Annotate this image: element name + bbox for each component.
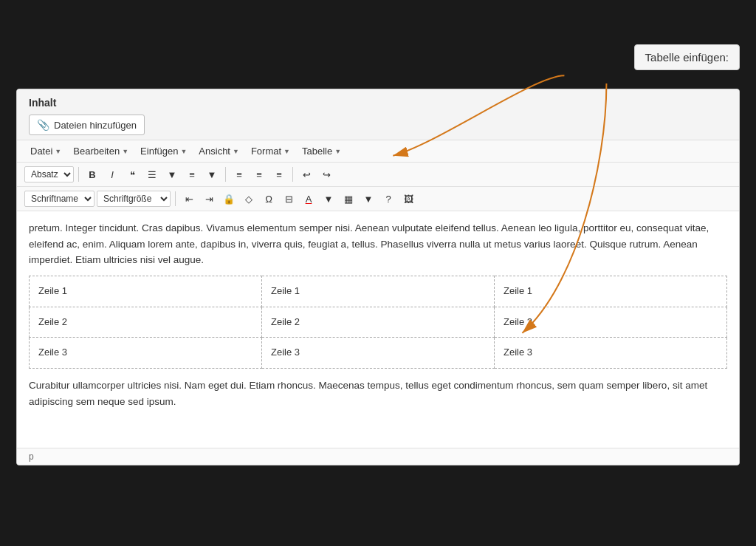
- image-button[interactable]: 🖼: [399, 190, 417, 208]
- align-center-button[interactable]: ≡: [250, 165, 268, 183]
- table-cell-r1c3: Zeile 1: [495, 276, 727, 307]
- menu-format-label: Format: [251, 146, 281, 157]
- menu-ansicht[interactable]: Ansicht ▼: [193, 143, 245, 159]
- undo-button[interactable]: ↩: [298, 165, 315, 183]
- font-select[interactable]: Schriftname: [24, 191, 94, 207]
- quote-button[interactable]: ❝: [123, 165, 141, 183]
- menu-bearbeiten-arrow: ▼: [122, 148, 128, 155]
- table-cell-r2c1: Zeile 2: [30, 307, 262, 338]
- table-arrow[interactable]: ▼: [360, 190, 377, 208]
- toolbar-sep-1: [78, 167, 79, 182]
- table-row: Zeile 2 Zeile 2 Zeile 2: [30, 307, 727, 338]
- table-cell-r2c3: Zeile 2: [495, 307, 727, 338]
- bold-button[interactable]: B: [83, 165, 101, 183]
- add-files-label: Dateien hinzufügen: [54, 120, 137, 131]
- list-arrow-button[interactable]: ▼: [163, 165, 181, 183]
- editor-content[interactable]: pretum. Integer tincidunt. Cras dapibus.…: [17, 211, 739, 448]
- help-button[interactable]: ?: [379, 190, 397, 208]
- editor-text-1: pretum. Integer tincidunt. Cras dapibus.…: [29, 220, 727, 268]
- toolbar-row-2: Schriftname Schriftgröße ⇤ ⇥ 🔒 ◇ Ω ⊟ A ▼…: [17, 187, 739, 211]
- table-cell-r1c1: Zeile 1: [30, 276, 262, 307]
- tooltip-box: Tabelle einfügen:: [634, 44, 740, 70]
- main-panel: Inhalt 📎 Dateien hinzufügen Datei ▼ Bear…: [16, 89, 740, 465]
- link-button[interactable]: ◇: [240, 190, 258, 208]
- menu-tabelle-label: Tabelle: [302, 146, 332, 157]
- panel-header: Inhalt 📎 Dateien hinzufügen: [17, 89, 739, 140]
- menu-einfuegen-label: Einfügen: [140, 146, 178, 157]
- editor-footer: p: [17, 448, 739, 465]
- table-cell-r2c2: Zeile 2: [262, 307, 495, 338]
- table-cell-r3c2: Zeile 3: [262, 338, 495, 369]
- menu-datei-label: Datei: [30, 146, 52, 157]
- toolbar-sep-3: [292, 167, 293, 182]
- toolbar-sep-2: [225, 167, 226, 182]
- indent-button[interactable]: ⇤: [180, 190, 198, 208]
- paragraph-select[interactable]: Absatz: [24, 166, 74, 182]
- editor-tag: p: [29, 451, 34, 462]
- menu-datei-arrow: ▼: [55, 148, 61, 155]
- italic-button[interactable]: I: [103, 165, 121, 183]
- toolbar-row-1: Absatz B I ❝ ☰ ▼ ≡ ▼ ≡ ≡ ≡ ↩ ↪: [17, 163, 739, 187]
- inserted-table: Zeile 1 Zeile 1 Zeile 1 Zeile 2 Zeile 2 …: [29, 276, 727, 369]
- editor-text-2: Curabitur ullamcorper ultricies nisi. Na…: [29, 378, 727, 409]
- clip-icon: 📎: [37, 119, 49, 131]
- menu-einfuegen[interactable]: Einfügen ▼: [134, 143, 193, 159]
- font-size-select[interactable]: Schriftgröße: [97, 191, 171, 207]
- align-right-button[interactable]: ≡: [270, 165, 288, 183]
- lock-button[interactable]: 🔒: [220, 190, 238, 208]
- menu-format-arrow: ▼: [284, 148, 290, 155]
- ordered-list-arrow-button[interactable]: ▼: [203, 165, 221, 183]
- panel-title: Inhalt: [29, 97, 727, 109]
- redo-button[interactable]: ↪: [317, 165, 335, 183]
- table-cell-r3c3: Zeile 3: [495, 338, 727, 369]
- toolbar-sep-4: [175, 191, 176, 206]
- menu-tabelle[interactable]: Tabelle ▼: [296, 143, 347, 159]
- menu-bearbeiten-label: Bearbeiten: [73, 146, 120, 157]
- menu-tabelle-arrow: ▼: [334, 148, 341, 155]
- menu-einfuegen-arrow: ▼: [180, 148, 187, 155]
- special-char-button[interactable]: Ω: [260, 190, 278, 208]
- add-files-button[interactable]: 📎 Dateien hinzufügen: [29, 115, 145, 135]
- menu-format[interactable]: Format ▼: [245, 143, 296, 159]
- table-row: Zeile 3 Zeile 3 Zeile 3: [30, 338, 727, 369]
- horizontal-rule-button[interactable]: ⊟: [280, 190, 298, 208]
- unordered-list-button[interactable]: ☰: [143, 165, 161, 183]
- table-body: Zeile 1 Zeile 1 Zeile 1 Zeile 2 Zeile 2 …: [30, 276, 727, 368]
- table-cell-r3c1: Zeile 3: [30, 338, 262, 369]
- menu-datei[interactable]: Datei ▼: [24, 143, 67, 159]
- ordered-list-button[interactable]: ≡: [183, 165, 201, 183]
- align-left-button[interactable]: ≡: [230, 165, 248, 183]
- table-cell-r1c2: Zeile 1: [262, 276, 495, 307]
- menu-bar: Datei ▼ Bearbeiten ▼ Einfügen ▼ Ansicht …: [17, 140, 739, 163]
- menu-ansicht-arrow: ▼: [233, 148, 239, 155]
- menu-ansicht-label: Ansicht: [199, 146, 230, 157]
- font-color-arrow[interactable]: ▼: [320, 190, 337, 208]
- menu-bearbeiten[interactable]: Bearbeiten ▼: [67, 143, 134, 159]
- table-row: Zeile 1 Zeile 1 Zeile 1: [30, 276, 727, 307]
- table-insert-button[interactable]: ▦: [340, 190, 357, 208]
- tooltip-label: Tabelle einfügen:: [645, 51, 729, 64]
- font-color-button[interactable]: A: [300, 190, 317, 208]
- outdent-button[interactable]: ⇥: [200, 190, 218, 208]
